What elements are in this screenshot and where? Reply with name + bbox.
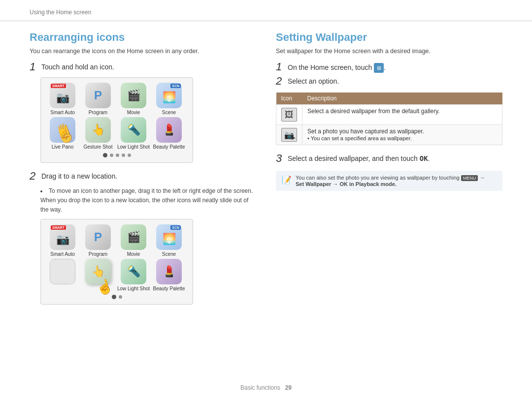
note-suffix: Set Wallpaper → OK in Playback mode. [296, 181, 397, 187]
page-number: 29 [285, 384, 292, 391]
icon-ghost [46, 259, 79, 291]
note-text: You can also set the photo you are viewi… [296, 175, 485, 187]
right-section-title: Setting Wallpaper [276, 31, 502, 44]
right-step-1-number: 1 [276, 62, 285, 72]
icons-grid-2: SMART 📷 Smart Auto P Program 🎬 Movie [46, 224, 188, 291]
movie-label: Movie [127, 110, 140, 115]
menu-icon: MENU [461, 175, 478, 181]
dot-4 [128, 154, 131, 157]
note-box: 📝 You can also set the photo you are vie… [276, 171, 502, 191]
dot2-active [112, 295, 116, 299]
beauty-icon-img: 💄 [156, 117, 182, 143]
gesture-label: Gesture Shot [84, 144, 113, 150]
right-step-3-text: Select a desired wallpaper, and then tou… [288, 153, 430, 162]
gallery-wallpaper-icon: 🖼 [281, 108, 297, 122]
icon-beauty-2: 💄 Beauty Palette [152, 259, 186, 291]
step-1-text: Touch and hold an icon. [41, 62, 114, 71]
page-dots-2 [46, 295, 188, 299]
scn-badge: SCN [170, 84, 181, 88]
right-step-1-text-label: On the Home screen, touch [288, 63, 372, 71]
movie-icon-img-2: 🎬 [121, 224, 146, 250]
icon-lowlight: 🔦 Low Light Shot [117, 117, 150, 150]
scene-icon-img: SCN 🌅 [156, 83, 182, 108]
wallpaper-table: Icon Description 🖼 Select a desired wall… [276, 93, 502, 145]
right-step-1: 1 On the Home screen, touch ⊞. [276, 62, 502, 73]
small-arrow-icon: ▶ [292, 135, 296, 140]
table-row-2: 📷 ▶ Set a photo you have captured as wal… [276, 125, 502, 145]
movie-label-2: Movie [127, 251, 140, 257]
smart-badge: SMART [51, 84, 66, 88]
left-section-title: Rearranging icons [30, 31, 256, 44]
step-1: 1 Touch and hold an icon. [30, 62, 256, 72]
smart-auto-icon-img: SMART 📷 [50, 83, 75, 108]
table-row-2-bullet: • You can set a specified area as wallpa… [307, 135, 412, 141]
table-row-1-desc: Select a desired wallpaper from the defa… [302, 105, 502, 125]
icon-smart-auto-2: SMART 📷 Smart Auto [46, 224, 79, 257]
dot2-1 [119, 295, 122, 299]
table-row-2-icon: 📷 ▶ [276, 125, 302, 145]
right-step-3: 3 Select a desired wallpaper, and then t… [276, 153, 502, 164]
table-row-1-icon: 🖼 [276, 105, 302, 125]
icon-scene-2: SCN 🌅 Scene [152, 224, 186, 257]
scene-label-2: Scene [162, 251, 176, 257]
table-header-desc: Description [302, 93, 502, 105]
lowlight-label-2: Low Light Shot [117, 286, 150, 291]
dot-1 [110, 154, 113, 157]
program-label-2: Program [89, 251, 107, 257]
home-screen-icon: ⊞ [374, 63, 384, 73]
breadcrumb-text: Using the Home screen [30, 9, 91, 16]
right-step-2-text: Select an option. [288, 76, 339, 85]
right-column: Setting Wallpaper Set wallpaper for the … [276, 31, 502, 309]
scene-label: Scene [162, 110, 176, 115]
icon-lowlight-2: 🔦 Low Light Shot [117, 259, 150, 291]
page-breadcrumb: Using the Home screen [0, 0, 532, 21]
drag-ghost-img [50, 259, 75, 284]
page-dots [46, 154, 188, 157]
right-step-2: 2 Select an option. [276, 76, 502, 87]
table-row-2-desc: Set a photo you have captured as wallpap… [302, 125, 502, 145]
table-row-2-main-text: Set a photo you have captured as wallpap… [307, 128, 424, 135]
smart-auto-label: Smart Auto [50, 110, 74, 115]
icon-beauty: 💄 Beauty Palette [152, 117, 186, 150]
beauty-label: Beauty Palette [153, 144, 185, 150]
beauty-label-2: Beauty Palette [153, 286, 185, 291]
lowlight-icon-img-2: 🔦 [121, 259, 146, 284]
right-step-2-number: 2 [276, 76, 285, 87]
note-icon: 📝 [282, 175, 292, 185]
page-footer: Basic functions 29 [0, 384, 532, 391]
step-2-number: 2 [30, 171, 38, 182]
right-step-3-number: 3 [276, 153, 285, 164]
dot-2 [116, 154, 119, 157]
screenshot-box-1: SMART 📷 Smart Auto P Program 🎬 Movie [40, 77, 193, 163]
icon-scene: SCN 🌅 Scene [152, 83, 186, 115]
table-header-icon: Icon [276, 93, 302, 105]
smart-badge-2: SMART [51, 225, 66, 230]
program-label: Program [89, 110, 107, 115]
lowlight-label: Low Light Shot [117, 144, 150, 150]
table-row-1: 🖼 Select a desired wallpaper from the de… [276, 105, 502, 125]
step-2: 2 Drag it to a new location. [30, 171, 256, 182]
icon-program-2: P Program [81, 224, 115, 257]
step-1-number: 1 [30, 62, 38, 72]
icon-gesture-2-dragging: 👆 ☝️ [81, 259, 115, 291]
scene-icon-img-2: SCN 🌅 [156, 224, 182, 250]
icon-movie-2: 🎬 Movie [117, 224, 150, 257]
dot-active [103, 153, 107, 157]
screenshot-box-2: SMART 📷 Smart Auto P Program 🎬 Movie [40, 219, 193, 305]
note-main-text: You can also set the photo you are viewi… [296, 175, 460, 181]
table-row-2-bullet-text: You can set a specified area as wallpape… [311, 135, 412, 141]
scn-badge-2: SCN [170, 225, 181, 230]
beauty-icon-img-2: 💄 [156, 259, 182, 284]
program-icon-img: P [85, 83, 111, 108]
smart-auto-icon-img-2: SMART 📷 [50, 224, 75, 250]
icon-gesture: 👆 Gesture Shot [81, 117, 115, 150]
icon-movie: 🎬 Movie [117, 83, 150, 115]
photo-wallpaper-icon: 📷 ▶ [281, 128, 297, 142]
icon-smart-auto: SMART 📷 Smart Auto [46, 83, 79, 115]
step-2-bullet-item: To move an icon to another page, drag it… [40, 186, 256, 215]
left-column: Rearranging icons You can rearrange the … [30, 31, 256, 309]
left-section-desc: You can rearrange the icons on the Home … [30, 48, 256, 55]
ok-label: OK [420, 154, 428, 162]
right-step-3-label: Select a desired wallpaper, and then tou… [288, 154, 418, 162]
gesture-icon-img: 👆 [85, 117, 111, 143]
